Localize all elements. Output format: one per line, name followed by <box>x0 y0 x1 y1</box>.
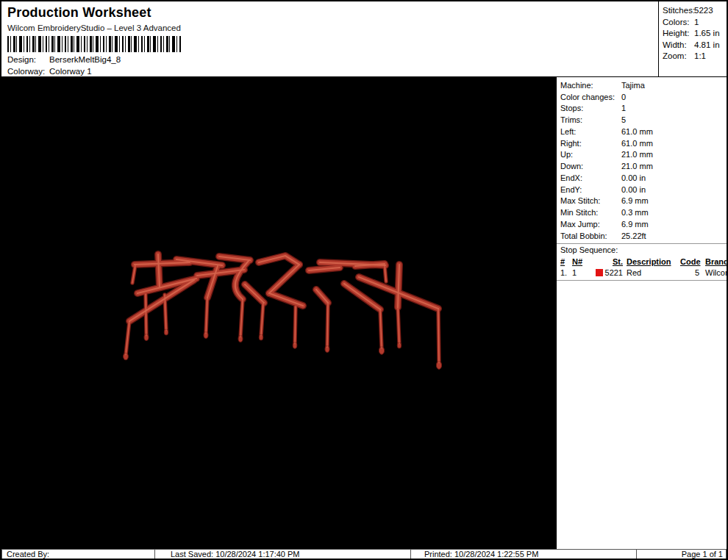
app-subtitle: Wilcom EmbroideryStudio – Level 3 Advanc… <box>7 24 658 32</box>
divider <box>557 280 727 281</box>
colors-value: 1 <box>694 18 699 29</box>
info-row-up: Up:21.0 mm <box>557 149 727 161</box>
summary-row-colors: Colors: 1 <box>663 18 727 29</box>
colorway-value: Colorway 1 <box>49 67 92 76</box>
row-brand: Wilcom <box>705 268 728 277</box>
info-value: Tajima <box>621 81 645 90</box>
info-label: Color changes: <box>560 93 621 101</box>
summary-box: Stitches: 5223 Colors: 1 Height: 1.65 in… <box>658 1 727 76</box>
stitches-label: Stitches: <box>663 6 694 18</box>
colors-label: Colors: <box>663 18 694 29</box>
production-worksheet-page: Production Worksheet Wilcom EmbroiderySt… <box>0 0 728 560</box>
page-title: Production Worksheet <box>7 5 658 21</box>
page-number: Page 1 of 1 <box>637 549 727 559</box>
info-value: 25.22ft <box>621 231 646 240</box>
info-value: 21.0 mm <box>621 162 653 170</box>
thread-color-swatch <box>596 269 603 276</box>
info-row-trims: Trims:5 <box>557 114 727 126</box>
info-value: 0.3 mm <box>621 208 649 217</box>
stop-sequence-row: 1. 1 5221 Red 5 Wilcom <box>560 268 727 279</box>
col-brand: Brand <box>705 257 728 266</box>
col-code: Code <box>680 257 701 266</box>
info-value: 61.0 mm <box>621 139 653 148</box>
col-description: Description <box>627 257 671 266</box>
row-stitches: 5221 <box>605 268 623 277</box>
printed: Printed: 10/28/2024 1:22:55 PM <box>411 549 637 559</box>
info-label: Down: <box>560 162 621 170</box>
width-value: 4.81 in <box>694 40 720 52</box>
last-saved: Last Saved: 10/28/2024 1:17:40 PM <box>155 549 411 559</box>
row-needle: 1 <box>572 268 590 277</box>
design-label: Design: <box>7 55 49 64</box>
info-row-color-changes: Color changes:0 <box>557 91 727 103</box>
info-row-left: Left:61.0 mm <box>557 126 727 137</box>
info-row-total-bobbin: Total Bobbin:25.22ft <box>557 230 727 242</box>
info-value: 0.00 in <box>621 173 646 182</box>
height-label: Height: <box>663 29 694 40</box>
row-description: Red <box>624 268 680 277</box>
info-value: 6.9 mm <box>621 220 649 229</box>
col-needle: N# <box>572 257 582 266</box>
info-label: Left: <box>560 127 621 136</box>
machine-info: Machine:Tajima Color changes:0 Stops:1 T… <box>557 79 727 242</box>
stop-sequence-table: # N# St. Description Code Brand 1. 1 522… <box>557 256 727 279</box>
info-row-min-stitch: Min Stitch:0.3 mm <box>557 207 727 218</box>
stop-sequence-title: Stop Sequence: <box>557 245 727 256</box>
colorway-label: Colorway: <box>7 67 49 76</box>
info-value: 0 <box>621 93 626 101</box>
footer: Created By: Last Saved: 10/28/2024 1:17:… <box>1 549 727 559</box>
info-label: Machine: <box>560 81 621 90</box>
info-row-machine: Machine:Tajima <box>557 79 727 91</box>
summary-row-width: Width: 4.81 in <box>663 40 727 52</box>
summary-row-zoom: Zoom: 1:1 <box>663 51 727 63</box>
created-by: Created By: <box>1 549 155 559</box>
info-label: Max Jump: <box>560 220 621 229</box>
info-row-endy: EndY:0.00 in <box>557 184 727 195</box>
info-label: Trims: <box>560 115 621 124</box>
info-value: 61.0 mm <box>621 127 653 136</box>
info-value: 5 <box>621 115 626 124</box>
divider <box>557 243 727 244</box>
row-code: 5 <box>680 268 705 277</box>
height-value: 1.65 in <box>694 29 720 40</box>
info-value: 1 <box>621 104 626 112</box>
summary-row-stitches: Stitches: 5223 <box>663 6 727 18</box>
info-label: Min Stitch: <box>560 208 621 217</box>
info-label: Right: <box>560 139 621 148</box>
info-value: 6.9 mm <box>621 196 649 205</box>
info-label: Max Stitch: <box>560 196 621 205</box>
colorway-row: Colorway: Colorway 1 <box>7 67 658 76</box>
info-row-right: Right:61.0 mm <box>557 137 727 149</box>
col-num: # <box>560 257 565 266</box>
zoom-label: Zoom: <box>663 51 694 63</box>
info-label: EndY: <box>560 185 621 194</box>
summary-row-height: Height: 1.65 in <box>663 29 727 40</box>
info-label: EndX: <box>560 173 621 182</box>
info-label: Up: <box>560 150 621 159</box>
info-row-stops: Stops:1 <box>557 103 727 115</box>
barcode <box>7 36 181 52</box>
info-label: Total Bobbin: <box>560 231 621 240</box>
stitches-value: 5223 <box>694 6 713 18</box>
info-row-max-stitch: Max Stitch:6.9 mm <box>557 195 727 207</box>
header-left: Production Worksheet Wilcom EmbroiderySt… <box>1 1 658 76</box>
row-num: 1. <box>560 268 572 277</box>
info-row-endx: EndX:0.00 in <box>557 172 727 184</box>
width-label: Width: <box>663 40 694 52</box>
info-label: Stops: <box>560 104 621 112</box>
info-row-max-jump: Max Jump:6.9 mm <box>557 218 727 230</box>
info-row-down: Down:21.0 mm <box>557 160 727 172</box>
header: Production Worksheet Wilcom EmbroiderySt… <box>1 1 727 77</box>
details-panel: Machine:Tajima Color changes:0 Stops:1 T… <box>557 77 727 549</box>
zoom-value: 1:1 <box>694 51 706 63</box>
design-canvas <box>1 77 557 549</box>
design-row: Design: BerserkMeltBig4_8 <box>7 55 658 64</box>
embroidery-design-preview <box>1 77 557 549</box>
info-value: 21.0 mm <box>621 150 653 159</box>
stop-sequence-header: # N# St. Description Code Brand <box>560 256 727 268</box>
info-value: 0.00 in <box>621 185 646 194</box>
col-stitches: St. <box>613 257 623 266</box>
design-value: BerserkMeltBig4_8 <box>49 55 121 64</box>
body: Machine:Tajima Color changes:0 Stops:1 T… <box>1 77 727 549</box>
